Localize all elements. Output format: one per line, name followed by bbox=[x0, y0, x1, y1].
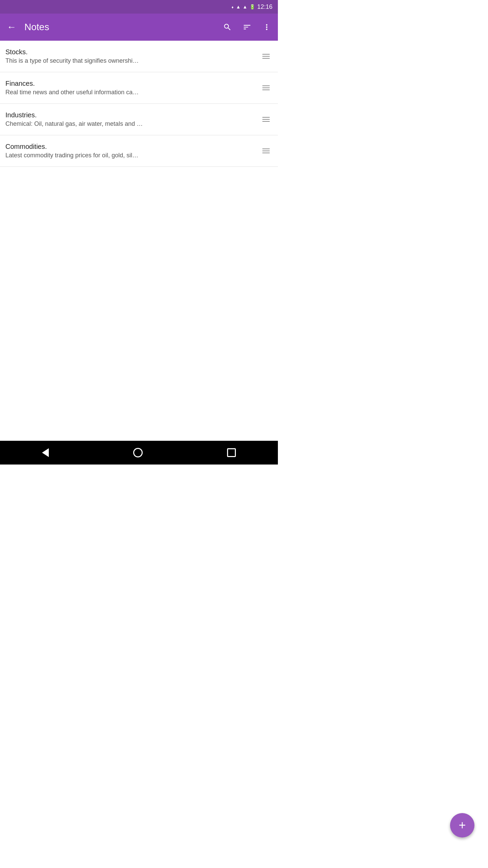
menu-line-1 bbox=[262, 117, 270, 118]
battery-icon: 🔋 bbox=[249, 4, 255, 9]
menu-line-2 bbox=[262, 56, 270, 57]
menu-line-3 bbox=[262, 121, 270, 122]
note-content-commodities: Commodities. Latest commodity trading pr… bbox=[5, 143, 260, 159]
note-title-industries: Industries. bbox=[5, 111, 260, 119]
note-content-industries: Industries. Chemical: Oil, natural gas, … bbox=[5, 111, 260, 127]
menu-line-3 bbox=[262, 90, 270, 90]
app-bar: ← Notes bbox=[0, 14, 278, 41]
note-item-finances[interactable]: Finances. Real time news and other usefu… bbox=[0, 72, 278, 104]
search-button[interactable] bbox=[220, 20, 235, 34]
note-menu-commodities[interactable] bbox=[260, 146, 272, 156]
note-content-stocks: Stocks. This is a type of security that … bbox=[5, 48, 260, 64]
note-menu-industries[interactable] bbox=[260, 114, 272, 124]
note-menu-finances[interactable] bbox=[260, 83, 272, 93]
status-bar: ⬧ ▲ ▲ 🔋 12:16 bbox=[0, 0, 278, 14]
note-title-finances: Finances. bbox=[5, 80, 260, 87]
wifi-icon: ▲ bbox=[236, 4, 241, 9]
back-nav-button[interactable] bbox=[32, 445, 59, 460]
menu-line-1 bbox=[262, 85, 270, 86]
recents-nav-icon bbox=[227, 448, 236, 457]
filter-button[interactable] bbox=[240, 20, 254, 34]
note-preview-industries: Chemical: Oil, natural gas, air water, m… bbox=[5, 120, 260, 127]
bluetooth-icon: ⬧ bbox=[231, 4, 234, 9]
status-icons: ⬧ ▲ ▲ 🔋 12:16 bbox=[231, 3, 272, 11]
menu-line-3 bbox=[262, 58, 270, 59]
menu-line-2 bbox=[262, 151, 270, 151]
home-nav-icon bbox=[133, 448, 143, 457]
search-icon bbox=[223, 23, 232, 32]
note-menu-stocks[interactable] bbox=[260, 51, 272, 61]
more-button[interactable] bbox=[260, 20, 274, 34]
more-icon bbox=[262, 23, 271, 32]
menu-line-1 bbox=[262, 54, 270, 55]
bottom-nav bbox=[0, 441, 278, 465]
menu-line-2 bbox=[262, 119, 270, 120]
back-icon: ← bbox=[7, 22, 16, 33]
back-nav-icon bbox=[42, 448, 49, 457]
note-title-commodities: Commodities. bbox=[5, 143, 260, 151]
note-preview-stocks: This is a type of security that signifie… bbox=[5, 57, 260, 64]
note-title-stocks: Stocks. bbox=[5, 48, 260, 56]
filter-icon bbox=[243, 23, 251, 32]
note-item-industries[interactable]: Industries. Chemical: Oil, natural gas, … bbox=[0, 104, 278, 135]
status-time: 12:16 bbox=[257, 3, 272, 11]
back-button[interactable]: ← bbox=[4, 19, 19, 35]
signal-icon: ▲ bbox=[243, 4, 247, 9]
menu-line-3 bbox=[262, 153, 270, 153]
note-item-stocks[interactable]: Stocks. This is a type of security that … bbox=[0, 41, 278, 72]
note-list: Stocks. This is a type of security that … bbox=[0, 41, 278, 441]
recents-nav-button[interactable] bbox=[217, 445, 246, 460]
note-preview-commodities: Latest commodity trading prices for oil,… bbox=[5, 152, 260, 159]
menu-line-2 bbox=[262, 87, 270, 88]
note-item-commodities[interactable]: Commodities. Latest commodity trading pr… bbox=[0, 135, 278, 167]
note-content-finances: Finances. Real time news and other usefu… bbox=[5, 80, 260, 96]
menu-line-1 bbox=[262, 149, 270, 149]
page-title: Notes bbox=[24, 22, 215, 33]
note-preview-finances: Real time news and other useful informat… bbox=[5, 89, 260, 96]
home-nav-button[interactable] bbox=[123, 445, 153, 461]
